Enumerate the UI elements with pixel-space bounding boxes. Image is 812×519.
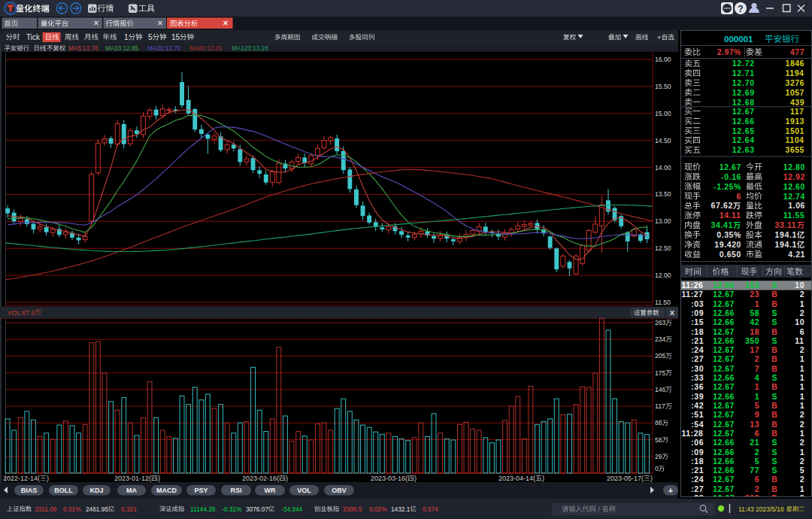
- svg-text:12.66: 12.66: [732, 117, 755, 126]
- svg-text:14.50: 14.50: [655, 137, 671, 144]
- svg-text:12.66: 12.66: [713, 373, 735, 382]
- svg-text:1: 1: [800, 299, 804, 308]
- svg-text:12.80: 12.80: [783, 162, 805, 171]
- svg-text:2.97%: 2.97%: [717, 47, 741, 56]
- svg-text:): ): [158, 475, 160, 482]
- svg-text:15.50: 15.50: [655, 83, 671, 90]
- svg-text:58: 58: [655, 436, 662, 444]
- svg-text::24: :24: [691, 475, 704, 484]
- svg-text:12.67: 12.67: [713, 345, 735, 354]
- svg-text:1: 1: [800, 373, 804, 382]
- svg-text:2: 2: [800, 410, 804, 419]
- svg-text:2023-04-14(: 2023-04-14(: [498, 475, 535, 482]
- svg-text:RSI: RSI: [231, 487, 242, 494]
- svg-text:3276: 3276: [786, 78, 804, 87]
- svg-text::54: :54: [691, 420, 704, 429]
- svg-text:12.66: 12.66: [713, 281, 735, 290]
- svg-text:2023-02-16(: 2023-02-16(: [242, 475, 279, 482]
- svg-text:67.62: 67.62: [711, 201, 733, 210]
- svg-text:0.574: 0.574: [423, 505, 438, 513]
- svg-text:175: 175: [655, 369, 666, 377]
- svg-text::09: :09: [691, 308, 704, 317]
- svg-text:1: 1: [800, 354, 804, 363]
- svg-text:12.67: 12.67: [713, 327, 735, 336]
- svg-text:B: B: [771, 429, 777, 438]
- svg-text:1: 1: [755, 392, 759, 401]
- svg-text:B: B: [771, 299, 777, 308]
- svg-text:12.67: 12.67: [713, 290, 735, 299]
- svg-text:OBV: OBV: [332, 487, 347, 494]
- svg-text:1: 1: [800, 401, 804, 410]
- svg-text:2: 2: [800, 308, 804, 317]
- svg-text:MA60:13.01: MA60:13.01: [189, 45, 223, 52]
- svg-text:88: 88: [655, 419, 662, 426]
- svg-text:6: 6: [755, 429, 759, 438]
- svg-text:1501: 1501: [786, 126, 804, 135]
- svg-text:12.67: 12.67: [713, 475, 735, 484]
- svg-text:1: 1: [800, 364, 804, 373]
- svg-text:2: 2: [800, 345, 804, 354]
- svg-text:B: B: [771, 401, 777, 410]
- svg-text:B: B: [771, 382, 777, 391]
- svg-text:KDJ: KDJ: [90, 487, 104, 494]
- svg-text::15: :15: [691, 317, 704, 326]
- svg-text::51: :51: [691, 410, 704, 419]
- svg-text:19.420: 19.420: [714, 240, 741, 249]
- svg-text:?: ?: [738, 4, 743, 14]
- svg-text:MA120:13.28: MA120:13.28: [232, 45, 268, 52]
- svg-text:11144.28: 11144.28: [190, 505, 216, 513]
- svg-text:): ): [650, 475, 653, 482]
- svg-text:1: 1: [755, 299, 759, 308]
- svg-text:14.00: 14.00: [655, 164, 671, 171]
- svg-text:1913: 1913: [786, 117, 804, 126]
- svg-text:S: S: [772, 438, 777, 447]
- svg-text:12.65: 12.65: [732, 126, 755, 135]
- svg-text:0.321: 0.321: [121, 505, 137, 513]
- svg-text:14.11: 14.11: [720, 211, 741, 220]
- svg-text:12.66: 12.66: [713, 448, 735, 457]
- svg-text:21: 21: [750, 438, 759, 447]
- svg-text:2: 2: [755, 484, 759, 493]
- svg-text:1: 1: [800, 429, 804, 438]
- svg-text::18: :18: [691, 457, 704, 466]
- svg-text:MA5:12.76: MA5:12.76: [68, 45, 98, 52]
- svg-text:S: S: [772, 457, 777, 466]
- svg-text:2: 2: [800, 438, 804, 447]
- svg-text:B: B: [771, 345, 777, 354]
- svg-text:12.67: 12.67: [720, 162, 741, 171]
- svg-text:B: B: [771, 364, 777, 373]
- svg-text:6: 6: [800, 327, 804, 336]
- svg-text:263: 263: [655, 319, 666, 326]
- svg-text:000001: 000001: [724, 35, 753, 44]
- svg-text:29: 29: [655, 453, 662, 460]
- svg-text:12.74: 12.74: [783, 192, 805, 201]
- svg-text::21: :21: [691, 466, 704, 475]
- svg-text:12.00: 12.00: [655, 272, 671, 279]
- svg-text:0.02%: 0.02%: [369, 505, 387, 513]
- svg-text:1: 1: [800, 448, 804, 457]
- svg-text:-34.344: -34.344: [281, 505, 303, 513]
- svg-text:1057: 1057: [786, 88, 804, 97]
- svg-text:X: X: [670, 309, 674, 317]
- svg-text:12.67: 12.67: [713, 401, 735, 410]
- svg-text:MA10:12.85: MA10:12.85: [105, 45, 139, 52]
- svg-text:1: 1: [124, 33, 129, 41]
- svg-text:12.67: 12.67: [713, 354, 735, 363]
- svg-text:1: 1: [800, 484, 804, 493]
- svg-text:10: 10: [795, 281, 804, 290]
- svg-text:5: 5: [148, 33, 153, 41]
- svg-text:58: 58: [750, 308, 759, 317]
- svg-text:9: 9: [755, 410, 759, 419]
- svg-text::18: :18: [691, 327, 704, 336]
- svg-text:5: 5: [800, 466, 804, 475]
- svg-text:12.64: 12.64: [732, 135, 755, 144]
- svg-text:2461.95: 2461.95: [86, 505, 108, 513]
- svg-text:1: 1: [755, 382, 759, 391]
- svg-text:12.50: 12.50: [655, 244, 671, 252]
- svg-text:/: /: [596, 505, 602, 513]
- svg-text:PSY: PSY: [195, 487, 208, 494]
- svg-text:1104: 1104: [786, 135, 804, 144]
- svg-text:12.66: 12.66: [713, 336, 735, 345]
- svg-text:13.50: 13.50: [655, 190, 671, 198]
- svg-text:11:28: 11:28: [682, 429, 704, 438]
